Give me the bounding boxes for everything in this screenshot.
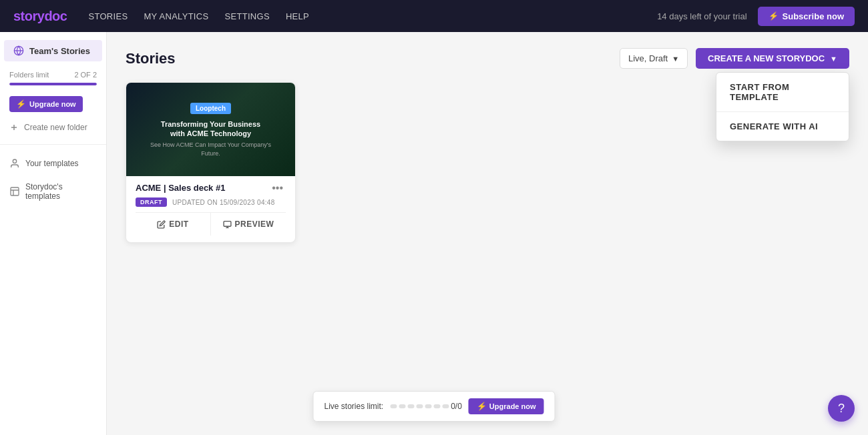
- nav-stories[interactable]: STORIES: [88, 11, 128, 21]
- story-card: Looptech Transforming Your Businesswith …: [126, 82, 296, 243]
- limit-count: 0/0: [451, 402, 462, 411]
- storydoc-templates-label: Storydoc's templates: [25, 182, 97, 201]
- limit-progress: 0/0: [390, 402, 462, 411]
- nav-links: STORIES MY ANALYTICS SETTINGS HELP: [88, 11, 309, 21]
- story-title-row: ACME | Sales deck #1 •••: [136, 183, 286, 193]
- page-title: Stories: [126, 50, 176, 67]
- sidebar-item-storydoc-templates[interactable]: Storydoc's templates: [0, 177, 106, 206]
- thumbnail-content: Looptech Transforming Your Businesswith …: [144, 95, 278, 165]
- plus-icon: [9, 123, 19, 132]
- limit-dot-7: [442, 404, 449, 408]
- lightning-icon: ⚡: [769, 11, 779, 21]
- limit-dot-3: [407, 404, 414, 408]
- topnav-left: storydoc STORIES MY ANALYTICS SETTINGS H…: [13, 9, 309, 24]
- svg-rect-6: [224, 221, 231, 226]
- nav-help[interactable]: HELP: [286, 11, 309, 21]
- limit-dot-2: [399, 404, 405, 408]
- draft-badge: DRAFT: [136, 197, 167, 207]
- sidebar-divider: [0, 144, 106, 145]
- trial-text: 14 days left of your trial: [657, 11, 746, 21]
- nav-settings[interactable]: SETTINGS: [224, 11, 269, 21]
- team-stories-label: Team's Stories: [29, 46, 90, 56]
- lightning-icon-bottom: ⚡: [477, 402, 487, 411]
- content-area: Stories Live, Draft ▼ CREATE A NEW STORY…: [107, 32, 868, 435]
- folders-progress-bar: [9, 83, 97, 85]
- thumbnail-logo: Looptech: [190, 103, 231, 114]
- main-layout: Team's Stories Folders limit 2 OF 2 ⚡ Up…: [0, 32, 868, 435]
- story-actions: EDIT PREVIEW: [136, 212, 286, 236]
- sidebar-item-your-templates[interactable]: Your templates: [0, 153, 106, 174]
- create-new-label: CREATE A NEW STORYDOC: [708, 53, 825, 63]
- story-title: ACME | Sales deck #1: [136, 183, 225, 193]
- folders-progress-fill: [9, 83, 97, 85]
- nav-analytics[interactable]: MY ANALYTICS: [144, 11, 208, 21]
- svg-rect-5: [11, 187, 19, 195]
- story-info: ACME | Sales deck #1 ••• DRAFT UPDATED O…: [126, 176, 295, 242]
- folders-header: Folders limit 2 OF 2: [9, 71, 97, 79]
- upgrade-small-button[interactable]: ⚡ Upgrade now: [469, 398, 544, 414]
- filter-dropdown[interactable]: Live, Draft ▼: [620, 48, 688, 69]
- create-folder-item[interactable]: Create new folder: [0, 119, 106, 136]
- topnav: storydoc STORIES MY ANALYTICS SETTINGS H…: [0, 0, 868, 32]
- storydoc-icon: [9, 186, 20, 197]
- help-bubble[interactable]: ?: [828, 395, 855, 422]
- svg-point-4: [13, 159, 16, 163]
- edit-button[interactable]: EDIT: [136, 213, 211, 236]
- create-folder-label: Create new folder: [24, 123, 87, 132]
- create-new-storydoc-button[interactable]: CREATE A NEW STORYDOC ▼: [696, 48, 849, 69]
- create-dropdown-menu: START FROM TEMPLATE GENERATE WITH AI: [716, 72, 849, 141]
- subscribe-button[interactable]: ⚡ Subscribe now: [758, 7, 855, 26]
- content-actions: Live, Draft ▼ CREATE A NEW STORYDOC ▼: [620, 48, 849, 69]
- sidebar-team-stories[interactable]: Team's Stories: [4, 40, 102, 61]
- logo[interactable]: storydoc: [13, 9, 67, 24]
- limit-dot-6: [433, 404, 440, 408]
- limit-label: Live stories limit:: [324, 402, 383, 411]
- folders-limit-label: Folders limit: [9, 71, 49, 79]
- story-meta: DRAFT UPDATED ON 15/09/2023 04:48: [136, 197, 286, 207]
- globe-icon: [13, 45, 24, 56]
- content-header: Stories Live, Draft ▼ CREATE A NEW STORY…: [126, 48, 849, 69]
- folders-count: 2 OF 2: [74, 71, 97, 79]
- preview-button[interactable]: PREVIEW: [211, 213, 286, 236]
- preview-icon: [223, 220, 232, 229]
- upgrade-now-button[interactable]: ⚡ Upgrade now: [9, 96, 83, 112]
- topnav-right: 14 days left of your trial ⚡ Subscribe n…: [657, 7, 855, 26]
- bottom-notification: Live stories limit: 0/0 ⚡ Upgrade now: [312, 391, 555, 422]
- filter-label: Live, Draft: [628, 53, 668, 63]
- edit-icon: [157, 220, 166, 229]
- start-from-template-item[interactable]: START FROM TEMPLATE: [716, 73, 849, 112]
- limit-dot-1: [390, 404, 397, 408]
- chevron-down-icon-create: ▼: [830, 55, 837, 63]
- thumbnail-title: Transforming Your Businesswith ACME Tech…: [150, 119, 271, 139]
- folders-section: Folders limit 2 OF 2: [0, 64, 106, 89]
- lightning-icon-upgrade: ⚡: [16, 99, 26, 109]
- limit-dot-5: [425, 404, 431, 408]
- user-icon: [9, 158, 20, 169]
- sidebar: Team's Stories Folders limit 2 OF 2 ⚡ Up…: [0, 32, 107, 435]
- story-thumbnail: Looptech Transforming Your Businesswith …: [126, 83, 295, 176]
- thumbnail-subtitle: See How ACME Can Impact Your Company'sFu…: [150, 141, 271, 157]
- story-more-button[interactable]: •••: [269, 183, 286, 193]
- help-icon: ?: [838, 402, 845, 416]
- your-templates-label: Your templates: [25, 159, 79, 168]
- generate-with-ai-item[interactable]: GENERATE WITH AI: [716, 112, 849, 141]
- updated-text: UPDATED ON 15/09/2023 04:48: [172, 199, 275, 206]
- limit-dot-4: [416, 404, 423, 408]
- chevron-down-icon: ▼: [672, 55, 679, 63]
